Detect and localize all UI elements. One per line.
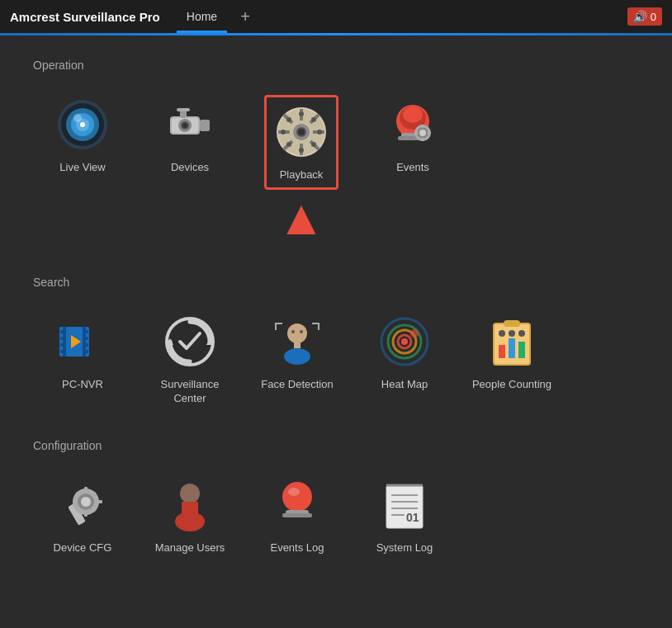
devices-icon — [163, 98, 216, 151]
svg-point-96 — [175, 512, 205, 531]
volume-button[interactable]: 🔊 0 — [627, 7, 662, 26]
svg-point-73 — [410, 329, 419, 338]
volume-label: 0 — [651, 11, 656, 23]
live-view-item[interactable]: Live View — [33, 87, 132, 251]
svg-rect-54 — [60, 350, 65, 353]
svg-point-27 — [299, 111, 304, 116]
configuration-label: Configuration — [33, 439, 639, 452]
svg-point-64 — [284, 348, 310, 365]
svg-rect-90 — [97, 500, 102, 503]
svg-rect-56 — [83, 337, 88, 340]
volume-icon: 🔊 — [633, 10, 647, 23]
svg-point-82 — [518, 330, 525, 337]
manage-users-icon — [163, 479, 216, 531]
add-tab-button[interactable]: + — [234, 7, 257, 26]
playback-arrow: ▲ — [277, 193, 325, 243]
devices-item[interactable]: Devices — [140, 87, 239, 251]
devices-label: Devices — [171, 161, 209, 175]
svg-point-5 — [80, 122, 85, 127]
heat-map-icon — [378, 315, 431, 368]
svg-point-98 — [282, 482, 312, 512]
svg-rect-87 — [84, 487, 88, 492]
operation-label: Operation — [33, 59, 639, 72]
svg-point-34 — [286, 142, 291, 147]
svg-rect-51 — [60, 330, 65, 333]
operation-section: Operation Live View — [33, 59, 639, 251]
search-grid: PC-NVR — [33, 304, 639, 414]
svg-rect-78 — [509, 338, 515, 358]
surveillance-center-label: SurveillanceCenter — [161, 378, 220, 406]
main-content: Operation Live View — [0, 35, 672, 628]
manage-users-label: Manage Users — [155, 541, 225, 555]
svg-point-60 — [167, 319, 213, 365]
playback-item[interactable]: Playback ▲ — [248, 87, 355, 251]
live-view-icon — [56, 98, 109, 151]
live-view-icon-box — [53, 95, 112, 154]
people-counting-icon — [485, 315, 538, 368]
svg-point-33 — [311, 117, 316, 122]
svg-rect-47 — [428, 131, 431, 135]
svg-point-30 — [317, 130, 322, 135]
surveillance-center-item[interactable]: SurveillanceCenter — [140, 304, 239, 414]
face-detection-icon-box — [267, 312, 327, 371]
playback-label: Playback — [280, 168, 324, 182]
pc-nvr-icon-box — [53, 312, 112, 371]
events-icon-box — [383, 95, 442, 154]
system-log-item[interactable]: 01 System Log — [355, 467, 454, 564]
svg-rect-76 — [504, 320, 520, 327]
system-log-icon-box: 01 — [375, 475, 434, 535]
people-counting-icon-box — [482, 312, 542, 371]
svg-rect-77 — [499, 345, 505, 358]
manage-users-item[interactable]: Manage Users — [140, 467, 239, 564]
surveillance-icon — [163, 315, 216, 368]
svg-rect-45 — [421, 138, 424, 141]
people-counting-label: People Counting — [472, 378, 551, 392]
heat-map-label: Heat Map — [381, 378, 428, 392]
svg-rect-57 — [83, 343, 88, 347]
svg-rect-53 — [60, 343, 65, 347]
events-label: Events — [396, 161, 429, 175]
face-detection-icon — [271, 315, 324, 368]
svg-point-80 — [499, 330, 505, 337]
svg-rect-46 — [414, 131, 418, 135]
nav-tabs: Home + — [177, 0, 257, 33]
svg-rect-89 — [73, 500, 78, 503]
svg-rect-44 — [421, 125, 424, 128]
svg-point-35 — [298, 129, 305, 135]
device-cfg-item[interactable]: Device CFG — [33, 467, 132, 564]
svg-point-31 — [286, 117, 291, 122]
heat-map-item[interactable]: Heat Map — [355, 304, 454, 414]
svg-point-66 — [291, 330, 295, 333]
operation-grid: Live View — [33, 87, 639, 251]
heat-map-icon-box — [375, 312, 434, 371]
system-log-icon: 01 — [378, 479, 431, 531]
playback-highlight: Playback — [264, 95, 338, 190]
events-item[interactable]: Events — [363, 87, 462, 251]
app-title: Amcrest Surveillance Pro — [10, 10, 160, 24]
svg-point-95 — [180, 484, 200, 503]
svg-point-43 — [419, 130, 426, 136]
live-view-label: Live View — [59, 161, 105, 175]
events-log-label: Events Log — [270, 541, 324, 555]
svg-point-86 — [81, 497, 91, 507]
svg-rect-88 — [84, 512, 88, 517]
svg-rect-13 — [177, 108, 190, 111]
svg-point-81 — [509, 330, 515, 337]
titlebar: Amcrest Surveillance Pro Home + 🔊 0 — [0, 0, 672, 33]
people-counting-item[interactable]: People Counting — [462, 304, 561, 414]
svg-rect-79 — [518, 342, 525, 358]
events-log-item[interactable]: Events Log — [248, 467, 347, 564]
svg-point-11 — [182, 123, 187, 128]
pc-nvr-item[interactable]: PC-NVR — [33, 304, 132, 414]
pc-nvr-label: PC-NVR — [62, 378, 103, 392]
svg-point-6 — [73, 114, 82, 122]
svg-point-32 — [311, 142, 316, 147]
events-log-icon-box — [267, 475, 327, 535]
svg-rect-55 — [83, 330, 88, 333]
tab-home[interactable]: Home — [177, 0, 227, 33]
events-log-icon — [271, 479, 324, 531]
svg-point-63 — [287, 323, 307, 343]
face-detection-item[interactable]: Face Detection — [248, 304, 347, 414]
configuration-grid: Device CFG Manage Users — [33, 467, 639, 564]
svg-point-29 — [281, 130, 286, 135]
